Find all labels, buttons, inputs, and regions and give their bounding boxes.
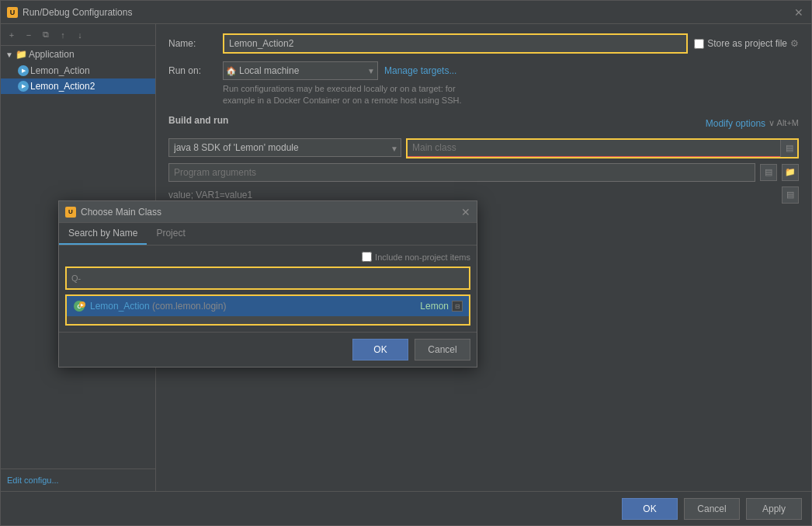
choose-dialog-icon: U (65, 207, 76, 218)
main-class-input[interactable] (408, 140, 780, 157)
choose-cancel-button[interactable]: Cancel (415, 339, 470, 361)
sdk-select[interactable]: java 8 SDK of 'Lemon' module (168, 138, 401, 157)
program-args-row: ▤ 📁 (168, 163, 799, 182)
help-text: Run configurations may be executed local… (223, 83, 799, 107)
copy-config-button[interactable]: ⧉ (38, 27, 54, 43)
manage-targets-link[interactable]: Manage targets... (384, 65, 456, 76)
choose-dialog-body: Include non-project items Q- C ▶ Lemon_A… (59, 246, 477, 332)
module-icon: ⊟ (452, 301, 463, 312)
browse-main-class-button[interactable]: ▤ (780, 140, 797, 157)
class-icon: C ▶ (73, 300, 85, 312)
sdk-select-wrapper: java 8 SDK of 'Lemon' module ▼ (168, 138, 401, 158)
browse-args-button[interactable]: 📁 (782, 164, 799, 181)
result-module-name: Lemon (420, 301, 449, 312)
run-on-select[interactable]: Local machine (223, 61, 378, 80)
env-value: value; VAR1=value1 (168, 190, 777, 200)
move-up-button[interactable]: ↑ (55, 27, 71, 43)
run-on-select-wrapper: 🏠 Local machine ▼ (223, 61, 378, 80)
edit-config-link[interactable]: Edit configu... (1, 469, 155, 491)
build-run-title: Build and run (168, 115, 228, 126)
tree-item-lemon-action[interactable]: ▶ Lemon_Action (1, 63, 155, 78)
close-icon[interactable]: ✕ (793, 6, 805, 19)
result-class-name: Lemon_Action (com.lemon.login) (90, 301, 420, 312)
tab-search-by-name[interactable]: Search by Name (59, 223, 147, 245)
sdk-main-row: java 8 SDK of 'Lemon' module ▼ ▤ (168, 138, 799, 158)
modify-options-area: Modify options ∨ Alt+M (706, 118, 799, 129)
modify-options-link[interactable]: Modify options (706, 118, 765, 129)
left-toolbar: + − ⧉ ↑ ↓ (1, 24, 155, 46)
folder-icon: 📁 (16, 49, 27, 60)
run-config-icon-2: ▶ (18, 81, 29, 92)
include-non-project-label: Include non-project items (362, 252, 470, 262)
choose-class-dialog: U Choose Main Class ✕ Search by Name Pro… (58, 200, 477, 368)
include-non-project-row: Include non-project items (65, 252, 470, 262)
name-row: Name: Store as project file ⚙ (168, 33, 799, 54)
modify-options-icon: ∨ Alt+M (769, 118, 799, 128)
run-on-label: Run on: (168, 65, 223, 76)
move-down-button[interactable]: ↓ (72, 27, 88, 43)
title-bar: U Run/Debug Configurations ✕ (1, 1, 811, 24)
dialog-footer: OK Cancel Apply (1, 491, 811, 525)
tree-item-label-2: Lemon_Action2 (30, 81, 95, 92)
name-label: Name: (168, 38, 223, 49)
run-on-row: Run on: 🏠 Local machine ▼ Manage targets… (168, 61, 799, 80)
app-icon: U (7, 7, 18, 18)
tree-expand-arrow: ▼ (5, 51, 13, 59)
program-args-input[interactable] (168, 163, 755, 182)
apply-button[interactable]: Apply (746, 498, 802, 520)
add-config-button[interactable]: + (4, 27, 19, 43)
env-expand-button[interactable]: ▤ (782, 186, 799, 204)
choose-dialog-footer: OK Cancel (59, 332, 477, 367)
store-settings-icon[interactable]: ⚙ (790, 38, 799, 49)
dialog-title: Run/Debug Configurations (23, 7, 793, 18)
tree-group-application[interactable]: ▼ 📁 Application (1, 46, 155, 63)
name-input-wrapper (223, 33, 688, 54)
env-vars: VAR1=value1 (196, 190, 252, 200)
expand-args-button[interactable]: ▤ (760, 164, 777, 181)
ok-button[interactable]: OK (622, 498, 678, 520)
search-box-inner: Q- (67, 268, 469, 288)
include-non-project-checkbox[interactable] (362, 252, 372, 262)
choose-dialog-title-bar: U Choose Main Class ✕ (59, 201, 477, 223)
result-item-lemon-action[interactable]: C ▶ Lemon_Action (com.lemon.login) Lemon… (67, 296, 469, 316)
store-checkbox-area: Store as project file ⚙ (694, 38, 799, 49)
remove-config-button[interactable]: − (21, 27, 36, 43)
choose-dialog-close-button[interactable]: ✕ (461, 206, 470, 218)
choose-dialog-title: Choose Main Class (81, 207, 461, 218)
main-class-wrapper: ▤ (406, 138, 799, 158)
search-box-wrapper: Q- (65, 266, 470, 290)
choose-ok-button[interactable]: OK (352, 339, 408, 361)
choose-dialog-tabs: Search by Name Project (59, 223, 477, 246)
build-run-header: Build and run Modify options ∨ Alt+M (168, 115, 799, 132)
tab-project[interactable]: Project (147, 223, 194, 245)
tree-group-label: Application (29, 49, 75, 60)
tree-item-label: Lemon_Action (30, 65, 90, 76)
store-label: Store as project file (707, 38, 787, 49)
search-input[interactable] (67, 268, 469, 288)
name-input[interactable] (224, 35, 686, 52)
cancel-button[interactable]: Cancel (684, 498, 740, 520)
store-as-project-checkbox[interactable] (694, 39, 704, 49)
results-list: C ▶ Lemon_Action (com.lemon.login) Lemon… (65, 294, 470, 326)
tree-item-lemon-action2[interactable]: ▶ Lemon_Action2 (1, 78, 155, 94)
run-config-icon: ▶ (18, 65, 29, 76)
